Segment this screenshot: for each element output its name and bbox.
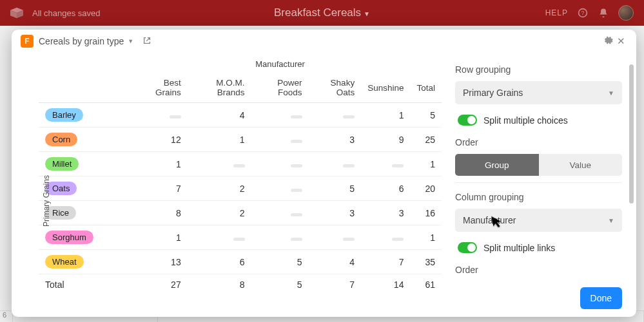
order-value-option[interactable]: Value [539,154,623,176]
total-cell: 8 [188,274,251,296]
chevron-down-icon: ▼ [608,90,614,97]
order-group-option[interactable]: Group [455,154,539,176]
cell: 2 [188,201,251,225]
cell: 1 [410,152,442,176]
row-pill[interactable]: Corn [45,133,77,146]
order-label: Order [455,137,622,147]
table-row: Corn 1213925 [39,128,442,152]
close-icon[interactable]: ✕ [614,35,627,47]
cell [251,176,309,201]
total-label: Total [39,274,134,296]
column-header[interactable]: M.O.M. Brands [188,73,251,103]
cell: 1 [134,225,188,250]
app-header: All changes saved Breakfast Cereals▼ HEL… [0,0,644,26]
cell [309,225,362,250]
column-header[interactable]: Total [410,73,442,103]
done-button[interactable]: Done [580,287,622,309]
cell [251,152,309,176]
cell [309,103,362,128]
total-cell: 27 [134,274,188,296]
row-grouping-select[interactable]: Primary Grains▼ [455,81,622,104]
cell: 7 [361,250,410,274]
cell: 20 [410,176,442,201]
column-header[interactable]: Shaky Oats [309,73,362,103]
row-pill[interactable]: Barley [45,108,83,122]
avatar[interactable] [618,5,634,21]
app-logo-icon [10,7,23,19]
cell [361,152,410,176]
total-cell: 7 [309,274,362,296]
gear-icon[interactable] [601,35,614,47]
caret-down-icon: ▼ [364,10,370,17]
order-segmented[interactable]: Group Value [455,154,622,176]
caret-down-icon[interactable]: ▼ [128,38,133,44]
cell: 1 [188,128,251,152]
cell: 3 [309,128,362,152]
column-grouping-select[interactable]: Manufacturer▼ [455,209,622,232]
help-icon[interactable]: ? [577,7,589,19]
column-header[interactable]: Sunshine [361,73,410,103]
row-pill[interactable]: Wheat [45,255,84,269]
document-title[interactable]: Breakfast Cereals▼ [274,6,370,19]
divider [455,182,622,183]
pivot-modal: F Cereals by grain type ▼ ✕ Primary Grai… [12,30,636,317]
split-choices-label: Split multiple choices [483,115,568,126]
cell [188,152,251,176]
save-status: All changes saved [32,8,101,18]
help-link[interactable]: HELP [545,8,568,17]
cell: 3 [361,201,410,225]
cell [309,152,362,176]
table-row: Oats 725620 [39,176,442,201]
cell [251,201,309,225]
cell: 8 [134,201,188,225]
column-grouping-label: Column grouping [455,192,622,202]
cell: 13 [134,250,188,274]
table-row: Rice 823316 [39,201,442,225]
row-axis-label: Primary Grains [42,175,51,227]
cell: 12 [134,128,188,152]
cell: 1 [134,152,188,176]
cell: 7 [134,176,188,201]
cell: 4 [188,103,251,128]
table-row: Millet 11 [39,152,442,176]
total-cell: 5 [251,274,309,296]
table-row: Sorghum 11 [39,225,442,250]
split-choices-toggle[interactable] [458,115,477,126]
cell: 6 [188,250,251,274]
cell: 4 [309,250,362,274]
config-panel: Row grouping Primary Grains▼ Split multi… [444,53,636,317]
total-cell: 14 [361,274,410,296]
cell: 1 [410,225,442,250]
popout-icon[interactable] [142,36,151,47]
split-links-label: Split multiple links [483,243,555,253]
cell [134,103,188,128]
cell: 3 [309,201,362,225]
cell: 9 [361,128,410,152]
column-header[interactable]: Power Foods [251,73,309,103]
total-cell: 61 [410,274,442,296]
split-links-toggle[interactable] [458,242,477,253]
cell [361,225,410,250]
cell [251,128,309,152]
panel-scrollbar[interactable] [629,64,634,282]
cell: 16 [410,201,442,225]
column-header[interactable]: Best Grains [134,73,188,103]
bell-icon[interactable] [598,7,609,19]
column-axis-label: Manufacturer [22,59,442,69]
cell [188,225,251,250]
pivot-table: Best GrainsM.O.M. BrandsPower FoodsShaky… [39,73,442,295]
cell: 5 [251,250,309,274]
row-pill[interactable]: Sorghum [45,231,93,244]
pivot-table-area: Primary Grains Manufacturer Best GrainsM… [12,53,444,317]
cell: 6 [361,176,410,201]
row-pill[interactable]: Millet [45,157,79,171]
cell: 5 [309,176,362,201]
view-logo-icon: F [21,35,34,48]
order2-label: Order [455,265,622,275]
cell [251,225,309,250]
cell: 1 [361,103,410,128]
cell: 35 [410,250,442,274]
modal-header: F Cereals by grain type ▼ ✕ [12,30,636,53]
view-name[interactable]: Cereals by grain type [39,36,124,46]
chevron-down-icon: ▼ [608,217,614,224]
